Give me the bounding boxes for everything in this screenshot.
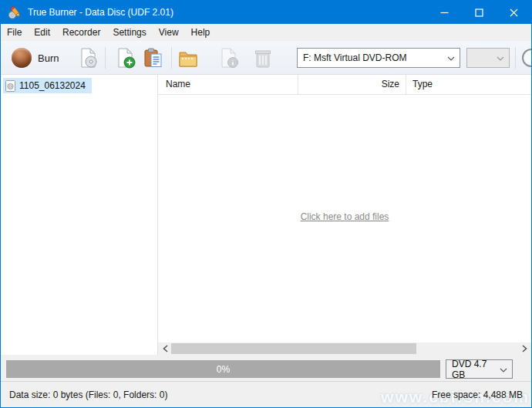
add-files-button[interactable] <box>113 46 138 69</box>
add-folder-button[interactable] <box>176 46 200 69</box>
empty-state: Click here to add files <box>158 209 531 223</box>
title-bar: True Burner - Data Disc (UDF 2.01) <box>1 1 531 24</box>
disc-document-icon <box>5 80 15 92</box>
new-compilation-button[interactable] <box>76 46 101 69</box>
free-space-status: Free space: 4,488 MB <box>432 389 523 400</box>
main-area: 1105_06132024 Name Size Type Click here … <box>1 75 531 355</box>
delete-button[interactable] <box>251 46 275 69</box>
maximize-button[interactable] <box>462 1 497 24</box>
project-tree-item[interactable]: 1105_06132024 <box>3 78 92 93</box>
data-size-status: Data size: 0 bytes (Files: 0, Folders: 0… <box>9 389 167 400</box>
menu-view[interactable]: View <box>153 24 185 41</box>
app-icon <box>8 5 22 19</box>
toolbar-separator <box>105 47 106 69</box>
minimize-button[interactable] <box>427 1 462 24</box>
menu-bar: File Edit Recorder Settings View Help <box>1 24 531 41</box>
burn-progress-bar: 0% <box>6 360 440 378</box>
toolbar: Burn <box>1 41 531 75</box>
menu-edit[interactable]: Edit <box>28 24 56 41</box>
chevron-down-icon <box>492 52 509 63</box>
project-tree-panel: 1105_06132024 <box>1 75 158 355</box>
add-folder-icon <box>177 47 199 69</box>
new-compilation-icon <box>78 47 99 69</box>
chevron-down-icon <box>443 52 460 63</box>
progress-percent-label: 0% <box>217 364 230 375</box>
add-files-icon <box>115 47 136 69</box>
column-header-size[interactable]: Size <box>298 75 406 94</box>
horizontal-scrollbar[interactable] <box>158 342 531 355</box>
burn-button[interactable]: Burn <box>8 46 62 69</box>
burn-button-label: Burn <box>38 52 59 64</box>
drive-select[interactable]: F: Msft Virtual DVD-ROM <box>297 48 460 68</box>
paste-button[interactable] <box>141 46 166 69</box>
toolbar-separator <box>171 47 172 69</box>
burn-icon <box>12 48 32 68</box>
toolbar-separator <box>515 47 516 69</box>
scrollbar-thumb[interactable] <box>171 343 416 354</box>
file-info-button[interactable] <box>217 46 241 69</box>
column-header-type[interactable]: Type <box>406 75 531 94</box>
scroll-left-arrow-icon[interactable] <box>159 342 171 355</box>
disc-capacity-value: DVD 4.7 GB <box>452 359 495 380</box>
menu-file[interactable]: File <box>1 24 28 41</box>
speed-select[interactable] <box>466 48 510 68</box>
menu-recorder[interactable]: Recorder <box>56 24 106 41</box>
app-window: True Burner - Data Disc (UDF 2.01) File … <box>0 0 532 408</box>
menu-help[interactable]: Help <box>185 24 217 41</box>
project-tree-label: 1105_06132024 <box>19 80 86 91</box>
add-files-link[interactable]: Click here to add files <box>301 211 389 222</box>
file-list-panel: Name Size Type Click here to add files <box>158 75 531 355</box>
disc-capacity-select[interactable]: DVD 4.7 GB <box>446 359 513 379</box>
file-info-icon <box>218 47 240 69</box>
close-button[interactable] <box>497 1 531 24</box>
chevron-down-icon <box>495 364 512 375</box>
file-list-header: Name Size Type <box>158 75 531 95</box>
scroll-right-arrow-icon[interactable] <box>518 342 530 355</box>
status-bar: Data size: 0 bytes (Files: 0, Folders: 0… <box>1 381 531 407</box>
erase-disc-icon[interactable] <box>522 49 532 67</box>
window-title: True Burner - Data Disc (UDF 2.01) <box>28 7 427 18</box>
menu-settings[interactable]: Settings <box>106 24 152 41</box>
progress-row: 0% DVD 4.7 GB <box>1 355 531 381</box>
paste-icon <box>143 47 164 69</box>
delete-icon <box>252 47 274 69</box>
column-header-name[interactable]: Name <box>158 75 298 94</box>
drive-select-value: F: Msft Virtual DVD-ROM <box>303 52 406 63</box>
